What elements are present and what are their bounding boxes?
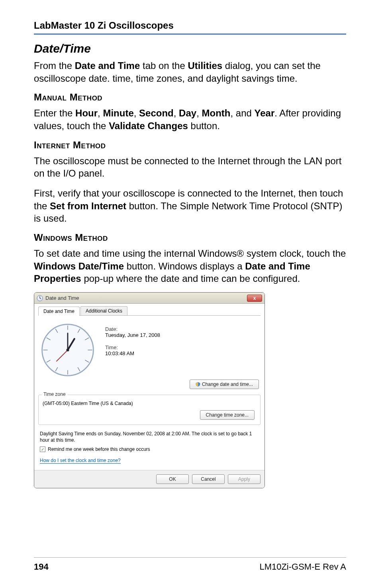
change-date-time-button[interactable]: Change date and time... [190,380,259,389]
bold: Month [202,108,230,118]
timezone-value: (GMT-05:00) Eastern Time (US & Canada) [43,401,256,406]
bold: Hour [75,108,98,118]
help-link[interactable]: How do I set the clock and time zone? [40,458,121,464]
date-label: Date: [105,326,160,332]
windows-method-heading: Windows Method [34,232,346,243]
date-time-dialog-screenshot: Date and Time x Date and Time Additional… [34,292,265,488]
apply-button[interactable]: Apply [228,474,261,484]
text: , [98,108,103,118]
timezone-legend: Time zone [42,391,67,397]
change-dt-row: Change date and time... [38,380,261,389]
bold: Second [139,108,174,118]
date-value: Tuesday, June 17, 2008 [105,332,160,338]
header-rule [34,33,346,35]
text: , [134,108,139,118]
text: tab on the [140,60,188,71]
internet-method-p2: First, verify that your oscilloscope is … [34,187,346,225]
close-button[interactable]: x [247,295,262,302]
text: To set date and time using the internal … [34,248,346,259]
internet-method-heading: Internet Method [34,140,346,151]
dialog-body: Date and Time Additional Clocks [34,304,264,470]
dialog-title: Date and Time [45,295,79,301]
text: , and [230,108,254,118]
cancel-button[interactable]: Cancel [192,474,225,484]
timezone-fieldset: Time zone (GMT-05:00) Eastern Time (US &… [38,395,261,425]
bold: Set from Internet [50,201,126,211]
time-label: Time: [105,344,160,350]
change-date-time-label: Change date and time... [202,382,253,387]
internet-method-p1: The oscilloscope must be connected to th… [34,155,346,180]
running-head: LabMaster 10 Zi Oscilloscopes [34,20,346,31]
clock-app-icon [37,295,43,301]
doc-id: LM10Zi-GSM-E Rev A [259,562,346,572]
tab-bar: Date and Time Additional Clocks [38,306,261,316]
text: , [174,108,179,118]
bold: Day [179,108,196,118]
titlebar: Date and Time x [34,293,264,304]
page-number: 194 [34,562,49,572]
remind-checkbox[interactable]: ✓ [40,446,45,452]
text: button. [188,120,220,131]
remind-checkbox-row: ✓ Remind me one week before this change … [40,446,259,452]
dialog-footer: OK Cancel Apply [34,470,264,488]
datetime-info: Date: Tuesday, June 17, 2008 Time: 10:03… [105,322,160,378]
time-value: 10:03:48 AM [105,350,160,356]
windows-method-paragraph: To set date and time using the internal … [34,247,346,285]
text: pop-up where the date and time can be co… [81,273,300,284]
bold: Windows Date/Time [34,261,124,271]
date-time-dialog: Date and Time x Date and Time Additional… [34,292,265,488]
text: button. Windows displays a [124,261,245,271]
bold: Validate Changes [109,120,188,131]
page-footer: 194 LM10Zi-GSM-E Rev A [34,557,346,572]
text: , [196,108,202,118]
text: Enter the [34,108,75,118]
bold: Minute [103,108,133,118]
datetime-row: Date: Tuesday, June 17, 2008 Time: 10:03… [38,320,261,380]
bold: Utilities [188,60,222,71]
change-time-zone-button[interactable]: Change time zone... [200,410,255,420]
bold: Year [255,108,275,118]
shield-icon [196,382,200,387]
manual-method-paragraph: Enter the Hour, Minute, Second, Day, Mon… [34,107,346,132]
remind-label: Remind me one week before this change oc… [48,446,150,452]
text: From the [34,60,75,71]
section-title: Date/Time [34,42,346,55]
analog-clock-icon [40,322,96,378]
tab-date-and-time[interactable]: Date and Time [38,307,80,316]
tab-additional-clocks[interactable]: Additional Clocks [80,306,127,315]
ok-button[interactable]: OK [156,474,189,484]
close-icon: x [253,296,256,301]
intro-paragraph: From the Date and Time tab on the Utilit… [34,59,346,85]
bold: Date and Time [75,60,140,71]
manual-method-heading: Manual Method [34,92,346,103]
svg-point-19 [67,349,69,352]
dst-note: Daylight Saving Time ends on Sunday, Nov… [40,431,259,443]
